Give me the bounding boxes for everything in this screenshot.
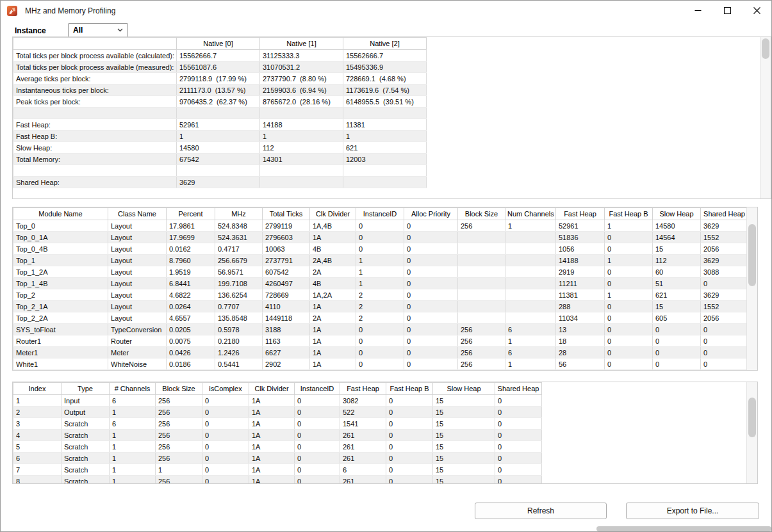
module-cell[interactable]: 0 (605, 359, 653, 370)
summary-cell[interactable] (177, 165, 260, 177)
module-cell[interactable]: 136.6254 (215, 289, 263, 301)
buffer-cell[interactable]: 0 (202, 441, 249, 453)
buffer-cell[interactable]: 0 (295, 453, 340, 464)
module-cell[interactable]: 2A,4B (310, 255, 356, 266)
buffer-cell[interactable]: 1 (156, 464, 202, 476)
module-cell[interactable]: Top_2_1A (13, 301, 108, 312)
module-cell[interactable]: Top_2 (13, 289, 108, 301)
summary-cell[interactable]: 1 (177, 131, 260, 142)
module-cell[interactable]: Layout (108, 301, 167, 312)
module-cell[interactable]: 0 (356, 232, 404, 243)
module-cell[interactable]: Layout (108, 312, 167, 324)
buffer-cell[interactable]: 7 (13, 464, 62, 476)
summary-cell[interactable] (343, 165, 427, 177)
module-cell[interactable]: 1A,4B (310, 220, 356, 232)
module-cell[interactable]: 605 (653, 312, 701, 324)
module-cell[interactable]: 51836 (556, 232, 605, 243)
summary-cell[interactable]: 52961 (177, 119, 260, 131)
module-cell[interactable]: Meter1 (13, 347, 108, 359)
horizontal-scrollbar-thumb[interactable] (596, 526, 771, 531)
buffer-cell[interactable]: 522 (340, 407, 386, 418)
module-cell[interactable]: 14564 (653, 232, 701, 243)
summary-cell[interactable]: Fast Heap: (13, 119, 177, 131)
buffer-cell[interactable]: 6 (340, 464, 386, 476)
instance-dropdown[interactable]: All (68, 23, 128, 37)
module-cell[interactable]: 1 (505, 220, 556, 232)
buffer-cell[interactable]: 1A (249, 453, 295, 464)
buffer-cell[interactable]: 0 (295, 430, 340, 441)
module-cell[interactable]: 256 (458, 359, 505, 370)
buffer-cell[interactable]: 1A (249, 476, 295, 485)
summary-cell[interactable]: 2799118.9 (17.99 %) (177, 73, 260, 85)
module-cell[interactable]: 15 (653, 243, 701, 255)
summary-cell[interactable] (13, 108, 177, 119)
summary-cell[interactable]: 6148955.5 (39.51 %) (343, 96, 427, 108)
module-cell[interactable]: 0 (404, 278, 458, 289)
module-cell[interactable]: 112 (653, 255, 701, 266)
module-cell[interactable]: 3629 (701, 289, 748, 301)
buffer-vertical-scrollbar[interactable] (746, 382, 757, 483)
module-cell[interactable]: 56.9571 (215, 266, 263, 278)
buffer-cell[interactable]: 0 (386, 464, 433, 476)
module-cell[interactable]: 2A (310, 266, 356, 278)
module-cell[interactable]: 0 (605, 312, 653, 324)
module-cell[interactable] (505, 278, 556, 289)
module-cell[interactable]: 6 (505, 347, 556, 359)
buffer-cell[interactable]: 0 (202, 430, 249, 441)
module-cell[interactable]: 0 (605, 335, 653, 347)
module-cell[interactable]: Layout (108, 220, 167, 232)
module-cell[interactable]: 2796603 (263, 232, 310, 243)
buffer-cell[interactable]: 261 (340, 441, 386, 453)
module-cell[interactable]: 3629 (701, 255, 748, 266)
module-cell[interactable]: 0 (605, 347, 653, 359)
module-cell[interactable]: 0.0162 (167, 243, 215, 255)
module-cell[interactable]: 1 (356, 266, 404, 278)
module-cell[interactable] (505, 289, 556, 301)
module-cell[interactable] (458, 243, 505, 255)
module-cell[interactable]: 60 (653, 266, 701, 278)
summary-cell[interactable] (177, 108, 260, 119)
buffer-cell[interactable]: 1A (249, 407, 295, 418)
summary-cell[interactable]: 14188 (260, 119, 343, 131)
module-cell[interactable] (505, 255, 556, 266)
buffer-cell[interactable]: 0 (495, 453, 542, 464)
module-cell[interactable]: 135.8548 (215, 312, 263, 324)
module-cell[interactable]: 4110 (263, 301, 310, 312)
summary-cell[interactable]: Total Memory: (13, 154, 177, 165)
module-cell[interactable]: 0 (404, 335, 458, 347)
module-cell[interactable]: Top_2_2A (13, 312, 108, 324)
module-cell[interactable]: 0 (404, 301, 458, 312)
buffer-cell[interactable]: 0 (386, 476, 433, 485)
module-cell[interactable]: 51 (653, 278, 701, 289)
summary-cell[interactable] (343, 108, 427, 119)
module-cell[interactable]: 0 (404, 324, 458, 335)
summary-cell[interactable]: 112 (260, 142, 343, 154)
module-cell[interactable]: 2A (310, 312, 356, 324)
module-cell[interactable]: 1449118 (263, 312, 310, 324)
module-cell[interactable]: 1.9519 (167, 266, 215, 278)
module-cell[interactable]: 1163 (263, 335, 310, 347)
module-cell[interactable] (458, 312, 505, 324)
module-cell[interactable]: 0 (653, 324, 701, 335)
module-cell[interactable]: 17.9699 (167, 232, 215, 243)
module-cell[interactable]: 14580 (653, 220, 701, 232)
module-cell[interactable]: 0 (356, 243, 404, 255)
module-cell[interactable]: TypeConversion (108, 324, 167, 335)
module-cell[interactable]: 0.7707 (215, 301, 263, 312)
module-cell[interactable]: 1A (310, 347, 356, 359)
summary-cell[interactable]: 9706435.2 (62.37 %) (177, 96, 260, 108)
module-cell[interactable]: 1 (505, 335, 556, 347)
summary-cell[interactable]: Peak ticks per block: (13, 96, 177, 108)
module-cell[interactable]: Layout (108, 255, 167, 266)
summary-cell[interactable]: 3629 (177, 177, 260, 188)
module-cell[interactable]: 0 (605, 232, 653, 243)
module-cell[interactable]: 0 (701, 335, 748, 347)
summary-cell[interactable] (260, 177, 343, 188)
buffer-cell[interactable]: 1A (249, 418, 295, 430)
buffer-cell[interactable]: 0 (386, 407, 433, 418)
summary-cell[interactable]: 15562666.7 (343, 50, 427, 61)
module-cell[interactable]: 13 (556, 324, 605, 335)
buffer-cell[interactable]: Scratch (62, 464, 110, 476)
summary-cell[interactable]: 14301 (260, 154, 343, 165)
module-cell[interactable]: 0 (404, 312, 458, 324)
